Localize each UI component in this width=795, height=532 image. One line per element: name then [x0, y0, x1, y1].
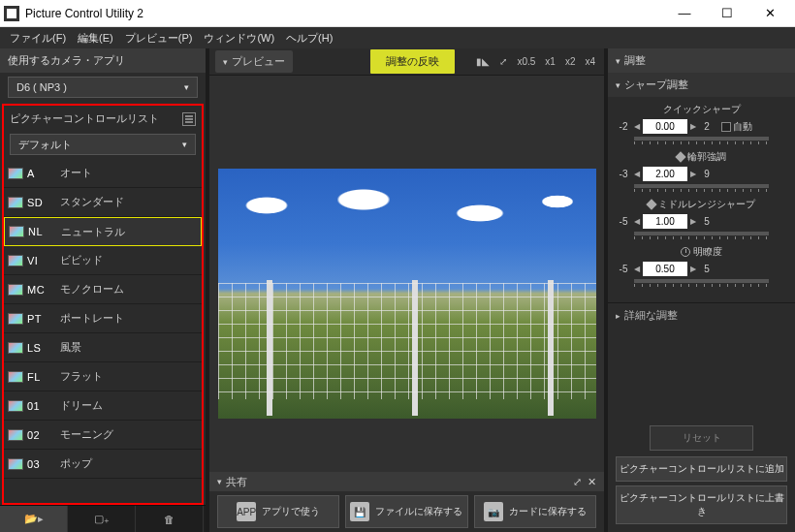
menu-file[interactable]: ファイル(F): [4, 31, 72, 46]
thumb-icon: [8, 400, 23, 412]
sharp-panel: クイックシャープ -2 ◀ 0.00 ▶ 2 自動 輪郭強調 -3 ◀ 2.00: [608, 97, 795, 302]
app-icon: APP: [237, 502, 256, 521]
window-title: Picture Control Utility 2: [25, 7, 663, 20]
thumb-icon: [8, 342, 23, 354]
pcl-item-landscape[interactable]: LS風景: [4, 333, 202, 362]
clarity-value[interactable]: 0.50: [643, 262, 687, 276]
menu-preview[interactable]: プレビュー(P): [119, 31, 199, 46]
increment-icon[interactable]: ▶: [690, 265, 696, 273]
auto-checkbox[interactable]: 自動: [721, 120, 752, 134]
zoom-half[interactable]: x0.5: [514, 54, 538, 69]
edge-value[interactable]: 2.00: [643, 167, 687, 181]
chevron-down-icon: ▾: [184, 82, 189, 92]
chevron-right-icon: ▸: [616, 311, 620, 321]
zoom-one[interactable]: x1: [542, 54, 558, 69]
quick-slider[interactable]: [634, 137, 769, 141]
increment-icon[interactable]: ▶: [690, 170, 696, 178]
sharp-header[interactable]: ▾ シャープ調整: [608, 73, 795, 97]
thumb-icon: [8, 371, 23, 383]
folder-open-icon: 📂▸: [24, 513, 44, 525]
menu-help[interactable]: ヘルプ(H): [280, 31, 338, 46]
menu-window[interactable]: ウィンドウ(W): [198, 31, 280, 46]
menubar: ファイル(F) 編集(E) プレビュー(P) ウィンドウ(W) ヘルプ(H): [0, 27, 795, 48]
left-panel: 使用するカメラ・アプリ D6 ( NP3 ) ▾ ピクチャーコントロールリスト …: [0, 48, 206, 532]
decrement-icon[interactable]: ◀: [634, 217, 640, 226]
tab-delete[interactable]: 🗑: [136, 506, 204, 532]
camera-icon: 📷: [484, 502, 503, 521]
overwrite-list-button[interactable]: ピクチャーコントロールリストに上書き: [616, 485, 787, 524]
pcl-item-vivid[interactable]: VIビビッド: [4, 246, 202, 275]
maximize-button[interactable]: ☐: [706, 0, 748, 27]
share-expand-icon[interactable]: ⤢: [573, 476, 582, 488]
slider-clarity: 明瞭度 -5 ◀ 0.50 ▶ 5: [616, 245, 787, 283]
share-buttons: APP アプリで使う 💾 ファイルに保存する 📷 カードに保存する: [209, 491, 604, 532]
app-icon: [4, 6, 19, 21]
picture-control-list[interactable]: Aオート SDスタンダード NLニュートラル VIビビッド MCモノクローム P…: [4, 159, 202, 503]
pcl-item-auto[interactable]: Aオート: [4, 159, 202, 188]
share-title: 共有: [226, 475, 247, 489]
increment-icon[interactable]: ▶: [690, 122, 696, 131]
decrement-icon[interactable]: ◀: [634, 265, 640, 273]
decrement-icon[interactable]: ◀: [634, 170, 640, 178]
midrange-value[interactable]: 1.00: [643, 214, 687, 229]
preview-tab[interactable]: ▾ プレビュー: [215, 50, 293, 73]
trash-icon: 🗑: [164, 514, 175, 525]
chevron-down-icon: ▾: [182, 140, 187, 149]
reset-button[interactable]: リセット: [650, 425, 752, 451]
add-to-list-button[interactable]: ピクチャーコントロールリストに追加: [616, 456, 787, 482]
save-icon: 💾: [350, 502, 369, 521]
zoom-four[interactable]: x4: [582, 54, 598, 69]
pcl-item-flat[interactable]: FLフラット: [4, 362, 202, 391]
chevron-down-icon: ▾: [223, 57, 228, 67]
pcl-item-standard[interactable]: SDスタンダード: [4, 188, 202, 217]
camera-app-label: 使用するカメラ・アプリ: [8, 53, 125, 68]
minimize-button[interactable]: —: [663, 0, 706, 27]
diamond-icon: [646, 199, 656, 209]
preview-area[interactable]: [209, 76, 604, 472]
pcl-item-monochrome[interactable]: MCモノクローム: [4, 275, 202, 304]
zoom-two[interactable]: x2: [562, 54, 579, 69]
slider-quick-sharp: クイックシャープ -2 ◀ 0.00 ▶ 2 自動: [616, 103, 787, 141]
edge-slider[interactable]: [634, 184, 769, 188]
clarity-slider[interactable]: [634, 279, 769, 283]
chevron-down-icon: ▾: [616, 80, 620, 90]
thumb-icon: [8, 168, 23, 179]
pcl-group-value: デフォルト: [18, 138, 72, 152]
pcl-group-dropdown[interactable]: デフォルト ▾: [10, 134, 196, 155]
titlebar: Picture Control Utility 2 — ☐ ✕: [0, 0, 795, 27]
pcl-item-portrait[interactable]: PTポートレート: [4, 304, 202, 333]
decrement-icon[interactable]: ◀: [634, 122, 640, 131]
zoom-controls: ▮◣ ⤢ x0.5 x1 x2 x4: [473, 54, 598, 69]
left-bottom-tabs: 📂▸ ▢₊ 🗑: [0, 505, 206, 532]
detailed-adjust-header[interactable]: ▸ 詳細な調整: [608, 302, 795, 328]
pcl-item-01[interactable]: 01ドリーム: [4, 391, 202, 421]
pcl-item-03[interactable]: 03ポップ: [4, 450, 202, 479]
slider-midrange: ミドルレンジシャープ -5 ◀ 1.00 ▶ 5: [616, 198, 787, 235]
histogram-icon[interactable]: ▮◣: [473, 54, 493, 69]
slider-edge: 輪郭強調 -3 ◀ 2.00 ▶ 9: [616, 150, 787, 188]
tab-folder-open[interactable]: 📂▸: [0, 506, 68, 532]
fit-icon[interactable]: ⤢: [496, 54, 510, 69]
increment-icon[interactable]: ▶: [690, 217, 696, 226]
list-view-icon[interactable]: [182, 112, 196, 126]
share-app-button[interactable]: APP アプリで使う: [217, 495, 339, 528]
pcl-item-02[interactable]: 02モーニング: [4, 421, 202, 450]
menu-edit[interactable]: 編集(E): [72, 31, 119, 46]
share-card-button[interactable]: 📷 カードに保存する: [474, 495, 596, 528]
adjust-header[interactable]: ▾ 調整: [608, 48, 795, 73]
quick-value[interactable]: 0.00: [643, 119, 687, 134]
thumb-icon: [9, 226, 24, 237]
apply-adjustments-button[interactable]: 調整の反映: [370, 49, 455, 74]
camera-app-dropdown[interactable]: D6 ( NP3 ) ▾: [8, 77, 198, 98]
tab-new[interactable]: ▢₊: [68, 506, 136, 532]
thumb-icon: [8, 197, 23, 208]
thumb-icon: [8, 458, 23, 470]
right-buttons: リセット ピクチャーコントロールリストに追加 ピクチャーコントロールリストに上書…: [608, 422, 795, 532]
share-close-icon[interactable]: ✕: [588, 476, 596, 488]
pcl-item-neutral[interactable]: NLニュートラル: [4, 217, 202, 246]
close-button[interactable]: ✕: [748, 0, 791, 27]
share-file-button[interactable]: 💾 ファイルに保存する: [345, 495, 467, 528]
share-header[interactable]: ▾ 共有 ⤢ ✕: [209, 472, 604, 491]
adjust-title: 調整: [624, 53, 646, 68]
midrange-slider[interactable]: [634, 232, 769, 235]
